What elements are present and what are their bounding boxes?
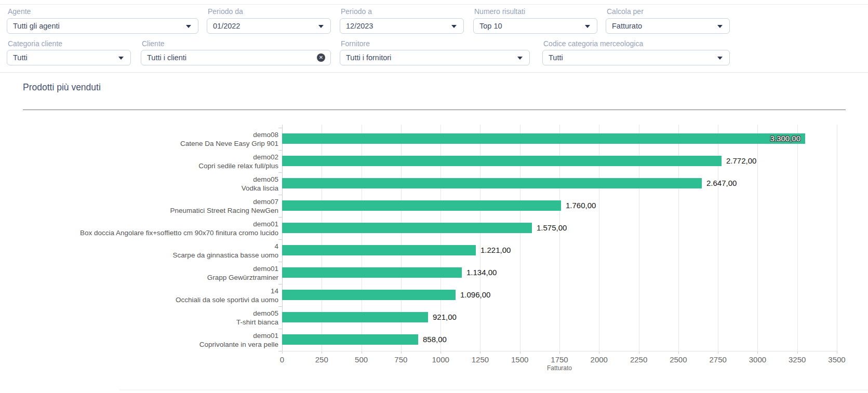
clear-icon[interactable]: ✕ <box>317 53 325 62</box>
x-tick-mark-3500 <box>837 351 837 354</box>
x-tick-label-750: 750 <box>380 355 422 364</box>
x-tick-label-0: 0 <box>261 355 303 364</box>
filter-value-categoria-cliente: Tutti <box>13 53 28 62</box>
filter-label-fornitore: Fornitore <box>341 39 370 48</box>
category-name: T-shirt bianca <box>236 318 278 327</box>
dashboard-page: AgenteTutti gli agentiPeriodo da01/2022P… <box>0 0 868 393</box>
category-tick-mark <box>278 172 282 173</box>
category-tick-mark <box>278 329 282 329</box>
filter-label-agente: Agente <box>8 7 31 16</box>
filter-value-periodo-da: 01/2022 <box>213 22 240 30</box>
category-name: Grapp Gewürztraminer <box>207 273 278 282</box>
x-tick-label-2750: 2750 <box>697 355 739 364</box>
category-label: demo05Vodka liscia <box>0 172 278 195</box>
bar-value-label: 1.221,00 <box>480 245 511 255</box>
chart-bar[interactable] <box>282 156 722 166</box>
category-name: Coprivolante in vera pelle <box>199 340 278 349</box>
x-tick-label-2500: 2500 <box>658 355 699 364</box>
x-tick-label-1000: 1000 <box>420 355 461 364</box>
filter-value-fornitore: Tutti i fornitori <box>346 53 391 62</box>
chart-bar[interactable] <box>282 223 532 233</box>
chevron-down-icon <box>717 57 723 60</box>
chart-bar[interactable] <box>282 267 462 278</box>
filter-label-cliente: Cliente <box>142 39 165 48</box>
category-code: demo05 <box>253 309 278 318</box>
bar-value-label: 3.300,00 <box>282 133 800 144</box>
chart-bar[interactable] <box>282 245 476 255</box>
category-name: Pneumatici Street Racing NewGen <box>170 206 278 215</box>
chart-bar[interactable] <box>282 178 702 188</box>
x-tick-label-250: 250 <box>301 355 342 364</box>
filter-field-cliente[interactable]: Tutti i clienti✕ <box>141 50 331 65</box>
chart-bar[interactable] <box>282 334 418 345</box>
filter-field-agente[interactable]: Tutti gli agenti <box>7 18 198 34</box>
x-axis-title: Fatturato <box>282 364 837 372</box>
category-label: demo01Box doccia Angolare fix+soffietto … <box>0 217 278 239</box>
bar-value-label: 1.575,00 <box>537 223 567 233</box>
category-label: demo02Copri sedile relax full/plus <box>0 150 278 172</box>
filter-field-numero-risultati[interactable]: Top 10 <box>473 18 597 34</box>
bar-value-label: 1.134,00 <box>466 267 497 278</box>
filter-label-categoria-cliente: Categoria cliente <box>8 39 62 48</box>
bar-value-label: 921,00 <box>433 312 457 322</box>
chart-bar[interactable] <box>282 290 456 300</box>
filter-label-numero-risultati: Numero risultati <box>474 7 525 16</box>
category-tick-mark <box>278 284 282 284</box>
category-tick-mark <box>278 351 282 351</box>
chevron-down-icon <box>717 25 723 28</box>
title-underline <box>23 110 846 110</box>
x-tick-label-2250: 2250 <box>618 355 660 364</box>
chevron-down-icon <box>118 57 124 60</box>
filter-field-calcola-per[interactable]: Fatturato <box>606 18 730 34</box>
x-tick-label-1250: 1250 <box>459 355 501 364</box>
filter-field-fornitore[interactable]: Tutti i fornitori <box>340 50 530 65</box>
chevron-down-icon <box>186 25 191 28</box>
category-name: Scarpe da ginnastica basse uomo <box>173 251 278 260</box>
chart-bar[interactable] <box>282 200 561 211</box>
chevron-down-icon <box>451 25 457 28</box>
x-tick-label-500: 500 <box>341 355 382 364</box>
category-label: demo08Catene Da Neve Easy Grip 901 <box>0 128 278 150</box>
category-tick-mark <box>278 150 282 151</box>
category-code: demo01 <box>253 264 278 273</box>
top-divider <box>0 4 868 5</box>
category-tick-mark <box>278 306 282 307</box>
chevron-down-icon <box>517 57 523 60</box>
gridline-3000 <box>757 125 758 351</box>
x-tick-label-3500: 3500 <box>816 355 858 364</box>
category-name: Vodka liscia <box>242 184 278 193</box>
category-code: demo07 <box>253 197 278 206</box>
filter-field-periodo-da[interactable]: 01/2022 <box>207 18 331 34</box>
category-code: demo02 <box>253 153 278 161</box>
gridline-3500 <box>837 125 837 351</box>
x-tick-label-3250: 3250 <box>777 355 818 364</box>
filter-field-periodo-a[interactable]: 12/2023 <box>340 18 464 34</box>
x-tick-label-3000: 3000 <box>737 355 778 364</box>
category-code: demo01 <box>253 331 278 340</box>
filter-value-periodo-a: 12/2023 <box>346 22 373 30</box>
x-axis-line <box>282 351 837 351</box>
category-name: Catene Da Neve Easy Grip 901 <box>180 139 278 148</box>
category-tick-mark <box>278 217 282 218</box>
bar-value-label: 2.647,00 <box>706 178 737 188</box>
category-name: Copri sedile relax full/plus <box>198 161 278 170</box>
category-code: demo01 <box>253 220 278 228</box>
x-tick-label-1500: 1500 <box>499 355 541 364</box>
chevron-down-icon <box>318 25 324 28</box>
category-label: 4Scarpe da ginnastica basse uomo <box>0 239 278 262</box>
filter-field-categoria-cliente[interactable]: Tutti <box>7 50 131 65</box>
chevron-down-icon <box>585 25 590 28</box>
filter-value-agente: Tutti gli agenti <box>13 22 60 30</box>
category-tick-mark <box>278 262 282 262</box>
chart-bar[interactable] <box>282 312 428 322</box>
x-tick-label-1750: 1750 <box>539 355 580 364</box>
category-code: demo08 <box>253 130 278 139</box>
category-code: 4 <box>274 242 278 251</box>
category-tick-mark <box>278 239 282 240</box>
category-label: demo01Coprivolante in vera pelle <box>0 329 278 351</box>
filter-value-calcola-per: Fatturato <box>612 22 642 30</box>
category-label: demo05T-shirt bianca <box>0 306 278 329</box>
filter-label-codice-categoria-merceologica: Codice categoria merceologica <box>543 39 643 48</box>
bar-value-label: 2.772,00 <box>726 156 756 166</box>
filter-field-codice-categoria-merceologica[interactable]: Tutti <box>542 50 730 65</box>
